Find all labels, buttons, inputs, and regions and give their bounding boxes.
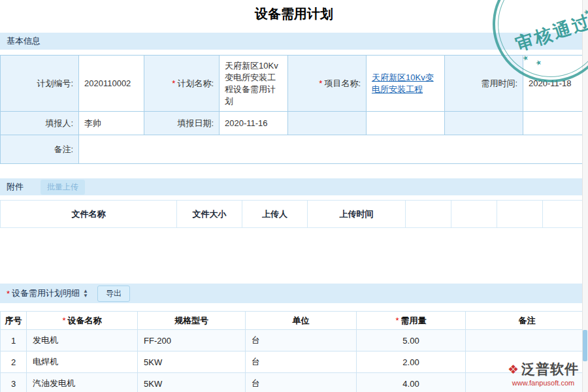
cell-seq: 3 — [1, 373, 27, 392]
details-header-row: 序号 *设备名称 规格型号 单位 *需用量 备注 — [1, 312, 588, 330]
cell-seq: 2 — [1, 351, 27, 373]
cell-equipment-name: 发电机 — [27, 330, 138, 351]
reporter-label: 填报人: — [1, 112, 79, 135]
plan-name-value: 天府新区10Kv变电所安装工程设备需用计划 — [220, 56, 288, 112]
required-mark: * — [7, 289, 10, 299]
col-model: 规格型号 — [138, 312, 246, 330]
col-uploader: 上传人 — [242, 201, 308, 228]
cell-unit: 台 — [246, 351, 357, 373]
empty-value-cell — [367, 112, 445, 135]
cell-unit: 台 — [246, 330, 357, 351]
brand-watermark: ❖泛普软件 www.fanpusoft.com — [508, 360, 579, 387]
brand-website: www.fanpusoft.com — [508, 379, 579, 387]
attachments-section-title: 附件 — [7, 181, 24, 193]
col-remark: 备注 — [466, 312, 588, 330]
details-section-title: 设备需用计划明细 — [12, 287, 80, 299]
details-section-header: * 设备需用计划明细 ▲ ▼ 导出 — [0, 284, 588, 303]
cell-equipment-name: 汽油发电机 — [27, 373, 138, 392]
project-name-cell: 天府新区10Kv变电所安装工程 — [367, 56, 445, 112]
cell-remark — [466, 330, 588, 351]
attachments-section-header: 附件 批量上传 — [0, 178, 588, 195]
col-equipment-name: *设备名称 — [27, 312, 138, 330]
cell-unit: 台 — [246, 373, 357, 392]
cell-model: 5KW — [138, 373, 246, 392]
basic-info-row-2: 填报人: 李帅 填报日期: 2020-11-16 — [1, 112, 588, 135]
cell-model: FF-200 — [138, 330, 246, 351]
table-row: 2 电焊机 5KW 台 2.00 — [1, 351, 588, 373]
col-file-name: 文件名称 — [1, 201, 177, 228]
table-row: 1 发电机 FF-200 台 5.00 — [1, 330, 588, 351]
col-empty — [451, 201, 497, 228]
brand-name: ❖泛普软件 — [508, 360, 579, 378]
attachments-empty-area — [0, 228, 588, 264]
col-seq: 序号 — [1, 312, 27, 330]
plan-name-label: *计划名称: — [144, 56, 220, 112]
basic-info-row-1: 计划编号: 2020110002 *计划名称: 天府新区10Kv变电所安装工程设… — [1, 56, 588, 112]
table-row: 3 汽油发电机 5KW 台 4.00 — [1, 373, 588, 392]
empty-label-cell — [445, 112, 523, 135]
page-title: 设备需用计划 — [0, 0, 588, 29]
attachments-header-row: 文件名称 文件大小 上传人 上传时间 — [1, 201, 588, 228]
required-mark: * — [172, 78, 175, 88]
cell-qty: 2.00 — [357, 351, 466, 373]
col-empty — [406, 201, 451, 228]
basic-info-row-3: 备注: — [1, 135, 588, 164]
report-date-value: 2020-11-16 — [220, 112, 288, 135]
details-table: 序号 *设备名称 规格型号 单位 *需用量 备注 1 发电机 FF-200 台 … — [0, 311, 588, 392]
need-time-label: 需用时间: — [445, 56, 523, 112]
reporter-value: 李帅 — [79, 112, 144, 135]
empty-value-cell — [523, 112, 588, 135]
scrollbar-thumb[interactable] — [583, 330, 587, 361]
export-button[interactable]: 导出 — [97, 286, 130, 302]
vertical-scrollbar[interactable] — [582, 0, 588, 392]
basic-info-table: 计划编号: 2020110002 *计划名称: 天府新区10Kv变电所安装工程设… — [0, 55, 588, 164]
empty-label-cell — [288, 112, 367, 135]
cell-qty: 4.00 — [357, 373, 466, 392]
need-time-value: 2020-11-18 — [523, 56, 588, 112]
basic-info-section-header: 基本信息 — [0, 33, 588, 50]
cell-equipment-name: 电焊机 — [27, 351, 138, 373]
col-file-size: 文件大小 — [177, 201, 242, 228]
basic-info-section-title: 基本信息 — [7, 35, 41, 47]
col-upload-time: 上传时间 — [308, 201, 406, 228]
remark-label: 备注: — [1, 135, 79, 164]
cell-seq: 1 — [1, 330, 27, 351]
report-date-label: 填报日期: — [144, 112, 220, 135]
project-name-link[interactable]: 天府新区10Kv变电所安装工程 — [372, 73, 434, 94]
plan-no-value: 2020110002 — [79, 56, 144, 112]
required-mark: * — [62, 316, 65, 325]
required-mark: * — [395, 316, 399, 325]
sort-icon[interactable]: ▲ ▼ — [83, 289, 88, 298]
col-qty: *需用量 — [357, 312, 466, 330]
required-mark: * — [319, 78, 322, 88]
batch-upload-button[interactable]: 批量上传 — [41, 180, 85, 195]
attachments-table: 文件名称 文件大小 上传人 上传时间 — [0, 200, 588, 228]
cell-qty: 5.00 — [357, 330, 466, 351]
project-name-label: *项目名称: — [288, 56, 367, 112]
col-empty — [497, 201, 543, 228]
col-unit: 单位 — [246, 312, 357, 330]
col-empty — [543, 201, 588, 228]
fanpu-logo-icon: ❖ — [508, 363, 519, 376]
cell-model: 5KW — [138, 351, 246, 373]
plan-no-label: 计划编号: — [1, 56, 79, 112]
remark-value — [79, 135, 588, 164]
